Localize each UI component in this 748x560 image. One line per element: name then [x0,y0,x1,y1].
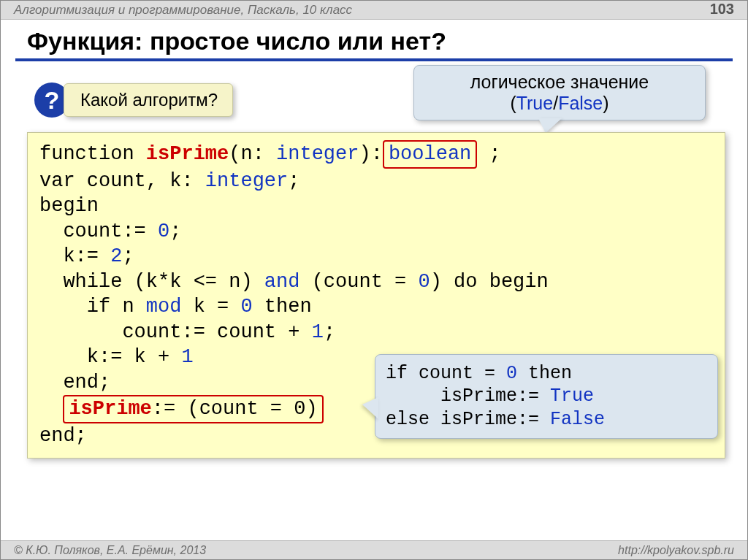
tooltip-tail-icon [538,118,562,133]
result-assign-box: isPrime:= (count = 0) [63,395,323,423]
footer-bar: © К.Ю. Поляков, Е.А. Ерёмин, 2013 http:/… [1,540,747,559]
tooltip-alternative-code: if count = 0 then isPrime:= True else is… [375,354,718,439]
page-number: 103 [710,0,734,19]
tooltip-line1: логическое значение [423,72,696,93]
question-callout: ? Какой алгоритм? [34,83,233,118]
return-type-box: boolean [383,140,477,169]
copyright: © К.Ю. Поляков, Е.А. Ерёмин, 2013 [14,541,206,559]
header-bar: Алгоритмизация и программирование, Паска… [1,1,747,20]
slide: Алгоритмизация и программирование, Паска… [0,0,748,560]
footer-url: http://kpolyakov.spb.ru [618,541,734,559]
slide-title: Функция: простое число или нет? [1,20,747,58]
tooltip-boolean-value: логическое значение (True/False) [413,65,706,120]
question-text: Какой алгоритм? [64,83,233,117]
tooltip-tail-icon [362,397,378,419]
title-underline [15,58,733,61]
course-label: Алгоритмизация и программирование, Паска… [14,1,352,19]
tooltip-line2: (True/False) [423,93,696,114]
